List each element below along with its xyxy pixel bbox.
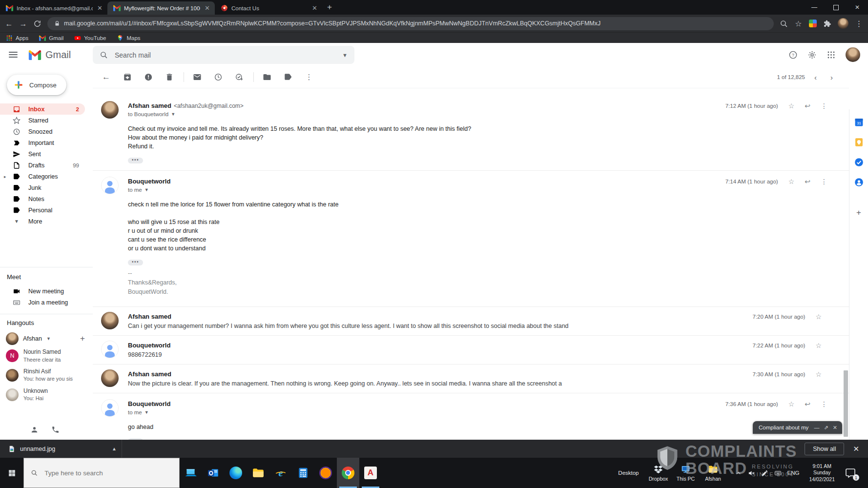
search-options-icon[interactable]: ▼ — [342, 52, 348, 58]
windows-ink-pen-icon[interactable] — [761, 469, 768, 477]
action-center-icon[interactable]: 1 — [845, 467, 856, 479]
archive-icon[interactable] — [123, 73, 132, 81]
recipient-line[interactable]: to me▼ — [128, 409, 826, 415]
hangouts-owner-row[interactable]: Afshan ▼ + — [0, 331, 93, 346]
taskbar-app-ie[interactable]: e — [269, 458, 292, 488]
more-options-icon[interactable]: ⋮ — [821, 400, 827, 408]
taskbar-search-input[interactable] — [43, 469, 172, 477]
taskbar-search[interactable] — [23, 458, 180, 488]
more-options-icon[interactable]: ⋮ — [821, 102, 827, 110]
report-spam-icon[interactable] — [144, 73, 153, 81]
get-addons-plus-icon[interactable]: + — [856, 208, 861, 218]
tab-close-icon[interactable]: ✕ — [311, 4, 318, 12]
star-icon[interactable]: ☆ — [788, 400, 795, 408]
sidebar-item-categories[interactable]: ▸Categories — [0, 171, 85, 182]
google-apps-grid-icon[interactable] — [827, 50, 836, 60]
chevron-up-icon[interactable] — [735, 469, 742, 477]
move-to-icon[interactable] — [263, 73, 271, 81]
chevron-down-icon[interactable]: ▼ — [145, 410, 149, 415]
search-input[interactable] — [114, 51, 336, 60]
reply-icon[interactable]: ↩ — [805, 178, 810, 185]
sidebar-item-personal[interactable]: Personal — [0, 204, 85, 216]
hangouts-contact[interactable]: NNourin SamedTheere clear ita — [0, 346, 93, 366]
more-options-icon[interactable]: ⋮ — [305, 73, 313, 81]
show-trimmed-content-button[interactable]: ••• — [128, 260, 143, 265]
meet-item[interactable]: Join a meeting — [0, 297, 85, 308]
desktop-toolbar-label[interactable]: Desktop — [618, 470, 639, 476]
older-conversation-icon[interactable]: › — [826, 73, 837, 81]
mark-unread-icon[interactable] — [193, 73, 202, 81]
taskbar-app-outlook[interactable] — [202, 458, 225, 488]
contacts-icon[interactable] — [854, 177, 864, 187]
account-avatar[interactable] — [846, 47, 860, 62]
labels-icon[interactable] — [284, 73, 292, 81]
tab-close-icon[interactable]: ✕ — [204, 4, 211, 12]
sidebar-item-important[interactable]: Important — [0, 137, 85, 148]
star-icon[interactable]: ☆ — [815, 313, 822, 321]
star-icon[interactable]: ☆ — [788, 102, 795, 110]
sidebar-item-inbox[interactable]: Inbox2 — [0, 103, 85, 115]
email-message[interactable]: Afshan samedNow the picture is clear. If… — [93, 364, 849, 393]
touch-keyboard-icon[interactable] — [774, 469, 782, 477]
more-options-icon[interactable]: ⋮ — [821, 178, 827, 185]
tasks-icon[interactable] — [854, 157, 864, 167]
pop-out-icon[interactable]: ⇗ — [824, 425, 828, 431]
refresh-button[interactable] — [33, 20, 41, 28]
add-to-tasks-icon[interactable] — [235, 73, 244, 81]
profile-avatar[interactable] — [838, 18, 848, 29]
sidebar-item-sent[interactable]: Sent — [0, 148, 85, 160]
minimize-icon[interactable]: — — [814, 425, 820, 430]
meet-item[interactable]: New meeting — [0, 285, 85, 297]
taskbar-shortcut-thispc[interactable]: This PC — [672, 464, 700, 482]
search-bar[interactable]: ▼ — [93, 46, 354, 64]
hangouts-contact[interactable]: Rinshi AsifYou: how are you sis — [0, 366, 93, 385]
minimized-compose-window[interactable]: Compliant about my O... — ⇗ ✕ — [753, 421, 842, 434]
browser-tab[interactable]: Inbox - afshan.samed@gmail.co✕ — [0, 1, 107, 15]
taskbar-shortcut-afshan[interactable]: Afshan — [700, 464, 727, 482]
download-menu-chevron-icon[interactable]: ▲ — [112, 446, 117, 451]
sidebar-item-drafts[interactable]: Drafts99 — [0, 160, 85, 171]
taskbar-clock[interactable]: 9:01 AM Sunday 14/02/2021 — [809, 463, 835, 482]
address-bar[interactable]: mail.google.com/mail/u/1/#inbox/FMfcgxwL… — [47, 17, 774, 30]
phone-icon[interactable] — [51, 426, 60, 434]
new-tab-button[interactable]: + — [327, 2, 332, 12]
bookmark-star-icon[interactable]: ☆ — [794, 20, 803, 28]
compose-window-title[interactable]: Compliant about my O... — [759, 425, 810, 430]
chevron-down-icon[interactable]: ▼ — [145, 187, 149, 192]
start-button[interactable] — [0, 458, 23, 488]
contacts-person-icon[interactable] — [30, 426, 39, 434]
url-text[interactable]: mail.google.com/mail/u/1/#inbox/FMfcgxwL… — [64, 20, 767, 27]
main-menu-icon[interactable] — [9, 52, 18, 58]
taskbar-app-calculator[interactable] — [292, 458, 314, 488]
tab-close-icon[interactable]: ✕ — [96, 4, 103, 12]
reply-icon[interactable]: ↩ — [805, 400, 810, 408]
recipient-line[interactable]: to Bouquetworld▼ — [128, 111, 826, 117]
recipient-line[interactable]: to me▼ — [128, 187, 826, 193]
search-icon[interactable] — [100, 51, 108, 59]
scrollbar-thumb[interactable] — [844, 370, 848, 437]
sidebar-item-snoozed[interactable]: Snoozed — [0, 126, 85, 137]
newer-conversation-icon[interactable]: ‹ — [810, 73, 821, 81]
back-button[interactable]: ← — [5, 20, 13, 28]
chevron-right-icon[interactable]: ▸ — [4, 174, 6, 179]
compose-button[interactable]: Compose — [7, 75, 66, 95]
volume-muted-icon[interactable] — [748, 469, 755, 477]
star-icon[interactable]: ☆ — [815, 370, 822, 378]
bookmark-item[interactable]: Gmail — [39, 35, 63, 41]
taskbar-app-fileexplorer[interactable] — [247, 458, 269, 488]
star-icon[interactable]: ☆ — [815, 342, 822, 349]
extension-icon[interactable] — [809, 20, 817, 27]
email-message[interactable]: Bouquetworld98867226197:22 AM (1 hour ag… — [93, 335, 849, 364]
forward-button[interactable]: → — [19, 20, 27, 28]
sidebar-item-more[interactable]: ▼More — [0, 216, 85, 227]
show-trimmed-content-button[interactable]: ••• — [128, 158, 143, 163]
taskbar-shortcut-dropbox[interactable]: Dropbox — [645, 464, 672, 482]
zoom-icon[interactable] — [780, 20, 788, 28]
taskbar-app-autocad[interactable]: A — [359, 458, 382, 488]
window-maximize-button[interactable] — [825, 0, 847, 15]
bookmark-item[interactable]: Maps — [117, 35, 140, 41]
browser-menu-icon[interactable]: ⋮ — [855, 20, 863, 28]
help-icon[interactable]: ? — [788, 50, 798, 60]
back-to-inbox-icon[interactable]: ← — [102, 73, 111, 81]
taskbar-app-chrome[interactable] — [337, 458, 359, 488]
